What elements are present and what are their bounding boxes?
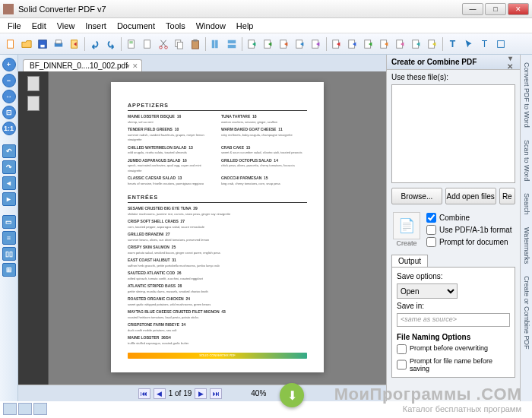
convert-excel-icon[interactable]: [261, 36, 276, 52]
menu-item: JUMBO ASPARAGUS SALAD 16speck, marinated…: [128, 158, 214, 173]
remove-button[interactable]: Re: [499, 188, 515, 204]
add-open-files-button[interactable]: Add open files: [445, 188, 496, 204]
save-options-select[interactable]: Open: [397, 283, 458, 299]
layout-icon[interactable]: [224, 36, 239, 52]
main-toolbar: T T: [0, 33, 532, 55]
sidetab-scan[interactable]: Scan to Word: [522, 137, 531, 184]
pointer-icon[interactable]: [461, 36, 477, 52]
document-tab[interactable]: BF_DINNER_0....10_002.pdf ▾ ✕: [23, 59, 142, 71]
prompt-doc-checkbox[interactable]: Prompt for documen: [426, 237, 512, 247]
print-icon[interactable]: [51, 36, 66, 52]
sidetab-search[interactable]: Search: [522, 190, 531, 218]
redo-icon[interactable]: [103, 36, 119, 52]
rotate-left-icon[interactable]: ↶: [2, 144, 16, 158]
menu-edit[interactable]: Edit: [27, 20, 51, 32]
convert-txt-icon[interactable]: [309, 36, 324, 52]
page-icon[interactable]: [124, 36, 139, 52]
menu-insert[interactable]: Insert: [81, 20, 111, 32]
sidetab-create[interactable]: Create or Combine PDF: [522, 273, 531, 353]
menu-file[interactable]: File: [3, 20, 26, 32]
prev-page-button[interactable]: ◀: [154, 388, 166, 399]
view-mode-3-icon[interactable]: [33, 403, 47, 415]
pdfa-checkbox[interactable]: Use PDF/A-1b format: [426, 225, 512, 235]
sidetab-watermarks[interactable]: Watermarks: [522, 224, 531, 267]
last-page-button[interactable]: ⏭: [210, 388, 222, 399]
menu-document[interactable]: Document: [112, 20, 160, 32]
next-view-icon[interactable]: ►: [2, 192, 16, 206]
zoom-in-icon[interactable]: +: [2, 58, 16, 71]
tab-close-icon[interactable]: ▾ ✕: [126, 62, 138, 70]
undo-icon[interactable]: [87, 36, 103, 52]
section-appetizers: APPETIZERS: [128, 102, 307, 111]
combine-checkbox[interactable]: Combine: [426, 213, 512, 223]
view-mode-2-icon[interactable]: [18, 403, 32, 415]
pdf-orange-icon[interactable]: [377, 36, 392, 52]
download-badge-icon: ⬇: [280, 383, 304, 407]
new-icon[interactable]: [3, 36, 18, 52]
paste-icon[interactable]: [188, 36, 203, 52]
pdf-yellow-icon[interactable]: [425, 36, 440, 52]
menu-window[interactable]: Window: [192, 20, 230, 32]
panel-title: Create or Combine PDF: [391, 58, 477, 66]
save-icon[interactable]: [35, 36, 50, 52]
menu-view[interactable]: View: [52, 20, 80, 32]
fit-width-icon[interactable]: ↔: [2, 90, 16, 103]
fit-page-icon[interactable]: ⊡: [2, 106, 16, 119]
file-list-box[interactable]: [391, 84, 515, 183]
convert-word-icon[interactable]: [245, 36, 260, 52]
save-in-field[interactable]: <same as source>: [397, 313, 510, 327]
menu-tools[interactable]: Tools: [161, 20, 190, 32]
close-button[interactable]: ✕: [508, 3, 529, 15]
panel-menu-icon[interactable]: ▾ ✕: [505, 54, 515, 71]
zoom-out-icon[interactable]: −: [2, 74, 16, 87]
output-tab[interactable]: Output: [391, 255, 428, 267]
object-icon[interactable]: [493, 36, 508, 52]
pdf-blue-icon[interactable]: [345, 36, 360, 52]
svg-text:T: T: [450, 39, 456, 49]
svg-rect-7: [129, 41, 132, 42]
browse-button[interactable]: Browse...: [391, 188, 442, 204]
first-page-button[interactable]: ⏮: [138, 388, 150, 399]
svg-rect-9: [144, 40, 150, 48]
copy-icon[interactable]: [172, 36, 187, 52]
bottom-left-buttons: [3, 403, 47, 415]
menu-help[interactable]: Help: [232, 20, 258, 32]
cut-icon[interactable]: [156, 36, 171, 52]
overwrite-checkbox[interactable]: Prompt before overwriting: [397, 344, 510, 354]
pdf-teal-icon[interactable]: [409, 36, 424, 52]
open-icon[interactable]: [19, 36, 34, 52]
convert-html-icon[interactable]: [293, 36, 308, 52]
view-mode-1-icon[interactable]: [3, 403, 17, 415]
columns-icon[interactable]: [208, 36, 223, 52]
rotate-right-icon[interactable]: ↷: [2, 160, 16, 174]
single-page-icon[interactable]: ▭: [2, 215, 16, 229]
continuous-icon[interactable]: ≡: [2, 231, 16, 245]
page-viewport[interactable]: APPETIZERS MAINE LOBSTER BISQUE 16shrimp…: [49, 71, 386, 385]
next-page-button[interactable]: ▶: [195, 388, 207, 399]
pdf-red-icon[interactable]: [329, 36, 344, 52]
pdf-green-icon[interactable]: [361, 36, 376, 52]
menu-item: CRISPY SKIN SALMON 25warm potato salad, …: [128, 245, 307, 255]
text-tool-icon[interactable]: T: [445, 36, 461, 52]
convert-ppt-icon[interactable]: [277, 36, 292, 52]
prompt-name-checkbox[interactable]: Prompt for file name before saving: [397, 357, 510, 372]
save-in-label: Save in:: [397, 302, 510, 310]
tab-label: BF_DINNER_0....10_002.pdf: [30, 62, 128, 70]
svg-rect-15: [193, 39, 197, 41]
grid-icon[interactable]: ⊞: [2, 263, 16, 277]
facing-icon[interactable]: ▯▯: [2, 247, 16, 261]
export-icon[interactable]: [67, 36, 82, 52]
minimize-button[interactable]: —: [462, 3, 483, 15]
text-t-icon[interactable]: T: [477, 36, 492, 52]
file-list-label: Use these file(s):: [387, 70, 520, 84]
thumbnail-2[interactable]: [27, 96, 40, 111]
thumbnail-1[interactable]: [27, 76, 40, 91]
doc-icon[interactable]: [140, 36, 155, 52]
maximize-button[interactable]: □: [485, 3, 506, 15]
actual-size-icon[interactable]: 1:1: [2, 122, 16, 135]
page-indicator: 1 of 19: [169, 389, 192, 397]
prev-view-icon[interactable]: ◄: [2, 176, 16, 190]
sidetab-convert[interactable]: Convert PDF to Word: [522, 59, 531, 131]
pdf-pink-icon[interactable]: [393, 36, 408, 52]
create-icon[interactable]: 📄: [393, 212, 420, 239]
